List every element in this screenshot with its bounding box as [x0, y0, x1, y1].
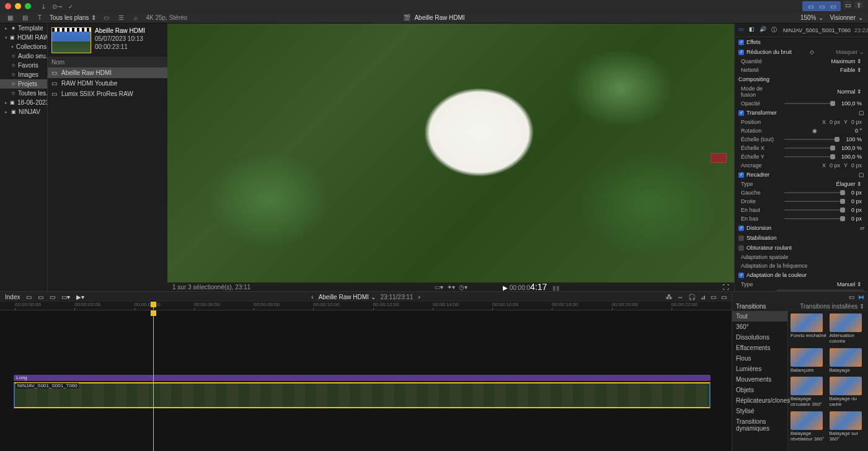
- section-color[interactable]: ✓Adaptation de la couleur: [735, 270, 868, 280]
- fullscreen-icon[interactable]: ⛶: [723, 284, 729, 291]
- param-crop-top[interactable]: En haut0 px: [735, 206, 868, 214]
- section-crop[interactable]: ✓Recadrer▢: [735, 170, 868, 180]
- close-window[interactable]: [5, 3, 11, 9]
- param-crop-left[interactable]: Gauche0 px: [735, 188, 868, 197]
- fullscreen-window[interactable]: [25, 3, 31, 9]
- tl-tool-icon[interactable]: ▭: [50, 294, 55, 300]
- viewer-canvas[interactable]: [167, 24, 734, 282]
- section-transform[interactable]: ✓Transformer▢: [735, 108, 868, 118]
- filmstrip-icon[interactable]: ▭: [101, 13, 111, 23]
- section-freq[interactable]: Adaptation de la fréquence: [735, 261, 868, 270]
- installed-dropdown[interactable]: Transitions installées ⇕: [800, 303, 864, 310]
- clips-filter-dropdown[interactable]: Tous les plans ⇕: [50, 14, 96, 21]
- browser-row[interactable]: ▭Lumix S5IIX ProRes RAW: [48, 89, 167, 99]
- section-rolling[interactable]: Obturateur roulant: [735, 243, 868, 253]
- param-blend[interactable]: Mode de fusionNormal ⇕: [735, 84, 868, 99]
- transition-item[interactable]: Balançoire: [790, 348, 827, 374]
- trans-cat[interactable]: Lumières: [732, 364, 787, 374]
- playhead[interactable]: [153, 302, 154, 310]
- tl-tool-icon[interactable]: ▭▾: [61, 294, 70, 300]
- browser-row[interactable]: ▭RAW HDMI Youtube: [48, 78, 167, 89]
- minimize-window[interactable]: [15, 3, 21, 9]
- slider[interactable]: [784, 209, 845, 211]
- list-icon[interactable]: ☰: [116, 13, 126, 23]
- clip-card[interactable]: Abeille Raw HDMI 05/07/2023 10:13 00:00:…: [48, 24, 167, 57]
- tl-view-icon[interactable]: ▭: [711, 294, 716, 300]
- import-icon[interactable]: ⤓: [41, 3, 46, 10]
- param-position[interactable]: PositionX0 pxY0 px: [735, 118, 868, 126]
- param-scale-x[interactable]: Échelle X100,0 %: [735, 144, 868, 152]
- reset-icon[interactable]: ▢: [859, 110, 864, 116]
- index-button[interactable]: Index: [5, 294, 20, 300]
- section-distortion[interactable]: ✓Distorsion▱: [735, 223, 868, 233]
- prev-edit-icon[interactable]: ‹: [311, 294, 313, 300]
- sidebar-item-collections[interactable]: ▾Collections i...: [0, 42, 47, 51]
- solo-icon[interactable]: 🎧: [688, 294, 696, 300]
- transition-item[interactable]: Fondu enchaîné: [790, 313, 827, 344]
- media-icon[interactable]: ▤: [20, 13, 30, 23]
- tab-audio-icon[interactable]: 🔊: [760, 26, 766, 34]
- timeline-project[interactable]: Abeille Raw HDMI ⌄: [319, 294, 376, 300]
- slider[interactable]: [784, 201, 845, 202]
- transition-item[interactable]: Atténuation colorée: [830, 313, 866, 344]
- reset-icon[interactable]: ▢: [859, 172, 864, 178]
- tl-tool-icon[interactable]: ▭: [38, 294, 43, 300]
- tl-tool-icon[interactable]: ▭: [26, 294, 32, 300]
- zoom-dropdown[interactable]: 150% ⌄: [800, 14, 824, 21]
- slider[interactable]: [784, 218, 845, 219]
- library-icon[interactable]: ▦: [5, 13, 15, 23]
- trans-cat[interactable]: Flous: [732, 353, 787, 364]
- sidebar-item-ninjav[interactable]: ▸▣NINJAV: [0, 107, 47, 116]
- param-crop-right[interactable]: Droite0 px: [735, 197, 868, 206]
- play-icon[interactable]: ▶: [503, 284, 508, 291]
- sidebar-item-audio[interactable]: ☆Audio seu...: [0, 51, 47, 61]
- sidebar-item-favoris[interactable]: ☆Favoris: [0, 61, 47, 70]
- section-effects[interactable]: ✓Effets: [735, 37, 868, 47]
- param-color-type[interactable]: TypeManuel ⇕: [735, 280, 868, 289]
- sidebar-item-template[interactable]: ▸★Template: [0, 24, 47, 33]
- timeline-tracks[interactable]: Long NINJAV_S001_S001_T060: [0, 310, 732, 451]
- skimming-icon[interactable]: ↔: [677, 294, 683, 300]
- timeline-ruler[interactable]: 00:00:00:0000:00:02:0000:00:04:0000:00:0…: [0, 302, 732, 310]
- transition-item[interactable]: Balayage: [830, 348, 866, 374]
- trans-cat[interactable]: Réplicateurs/clones: [732, 395, 787, 406]
- tab-video-icon[interactable]: ▭: [738, 26, 744, 34]
- workspace-toggle[interactable]: ▭▭▭: [802, 1, 841, 11]
- browser-column-header[interactable]: Nom: [48, 57, 167, 68]
- param-opacity[interactable]: Opacité100,0 %: [735, 99, 868, 108]
- trans-cat[interactable]: Transitions dynamiques: [732, 416, 787, 434]
- transitions-browser-icon[interactable]: ⧓: [858, 294, 864, 300]
- bg-tasks-icon[interactable]: ✓: [68, 3, 73, 10]
- slider[interactable]: [784, 139, 839, 140]
- trans-cat[interactable]: 360°: [732, 322, 787, 332]
- sidebar-item-images[interactable]: ☆Images: [0, 70, 47, 79]
- param-sharpness[interactable]: NettetéFaible ⇕: [735, 66, 868, 74]
- param-scale-all[interactable]: Échelle (tout)100 %: [735, 135, 868, 144]
- sidebar-item-hdmi-raw[interactable]: ▾▣HDMI RAW: [0, 33, 47, 42]
- slider[interactable]: [784, 103, 835, 104]
- param-amount[interactable]: QuantitéMaximum ⇕: [735, 57, 868, 66]
- snapping-icon[interactable]: ⁂: [666, 294, 672, 300]
- keyword-icon[interactable]: ⊙⊸: [52, 3, 62, 10]
- param-crop-bottom[interactable]: En bas0 px: [735, 214, 868, 223]
- slider[interactable]: [784, 192, 845, 193]
- param-scale-y[interactable]: Échelle Y100,0 %: [735, 152, 868, 161]
- slider[interactable]: [784, 156, 835, 157]
- timeline-title-lane[interactable]: Long: [14, 375, 711, 381]
- trans-cat[interactable]: Dissolutions: [732, 332, 787, 343]
- trans-cat[interactable]: Stylisé: [732, 406, 787, 416]
- param-crop-type[interactable]: TypeÉlaguer ⇕: [735, 180, 868, 188]
- effects-browser-icon[interactable]: ▭: [849, 294, 854, 300]
- section-stabilization[interactable]: Stabilisation: [735, 233, 868, 243]
- transition-item[interactable]: Balayage circulaire 360°: [790, 377, 827, 408]
- transition-item[interactable]: Balayage révélateur 360°: [790, 411, 827, 442]
- slider[interactable]: [784, 147, 835, 149]
- section-noise[interactable]: ✓Réduction du bruit◇Masquer ⌄: [735, 47, 868, 57]
- share-icon[interactable]: ⇧: [854, 1, 863, 9]
- tab-info-icon[interactable]: ⓘ: [771, 26, 777, 34]
- trans-cat[interactable]: Tout: [732, 311, 787, 322]
- keyframe-icon[interactable]: ◇: [810, 49, 814, 55]
- playhead-line[interactable]: [153, 310, 154, 451]
- trans-cat[interactable]: Mouvements: [732, 374, 787, 385]
- sidebar-item-toutes[interactable]: ☆Toutes les...: [0, 89, 47, 98]
